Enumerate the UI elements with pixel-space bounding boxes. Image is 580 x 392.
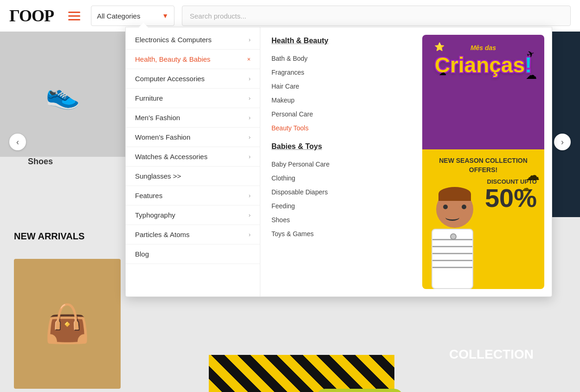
dropdown-menu: Electronics & Computers›Health, Beauty &…: [125, 27, 552, 297]
nav-item-sunglasses---[interactable]: Sunglasses >>: [126, 167, 260, 186]
sub-item-beauty-tools[interactable]: Beauty Tools: [271, 121, 404, 135]
nav-item-label: Electronics & Computers: [135, 36, 249, 44]
health-beauty-title: Health & Beauty: [271, 37, 404, 45]
sub-item-shoes[interactable]: Shoes: [271, 213, 404, 227]
chevron-right-icon: ›: [249, 153, 251, 160]
nav-item-computer-accessories[interactable]: Computer Accessories›: [126, 69, 260, 89]
nav-item-men-s-fashion[interactable]: Men's Fashion›: [126, 108, 260, 128]
sub-item-fragrances[interactable]: Fragrances: [271, 65, 404, 79]
striped-bar: [209, 355, 394, 392]
search-placeholder: Search products...: [190, 12, 246, 20]
promo-column: ⭐ Mês das Crianças! ✈ ☁ ☁ NEW SEASON COL…: [415, 27, 552, 296]
cloud-icon-1: ☁: [526, 167, 540, 183]
health-beauty-items: Bath & BodyFragrancesHair CareMakeupPers…: [271, 51, 404, 135]
nav-item-blog[interactable]: Blog: [126, 244, 260, 264]
babies-toys-items: Baby Personal CareClothingDisposable Dia…: [271, 157, 404, 241]
nav-item-label: Men's Fashion: [135, 114, 249, 122]
cloud-icon-2: ☁: [521, 182, 530, 193]
nav-item-typhography[interactable]: Typhography›: [126, 206, 260, 225]
nav-item-label: Blog: [135, 250, 251, 258]
carousel-prev-button[interactable]: ‹: [9, 134, 26, 150]
sub-item-personal-care[interactable]: Personal Care: [271, 107, 404, 121]
nav-item-women-s-fashion[interactable]: Women's Fashion›: [126, 128, 260, 147]
chevron-right-icon: ›: [249, 95, 251, 102]
promo-line1: Mês das: [430, 44, 537, 51]
category-select-label: All Categories: [97, 12, 140, 20]
nav-item-label: Particles & Atoms: [135, 231, 249, 238]
chevron-right-icon: ›: [249, 231, 251, 238]
content-column: Health & Beauty Bath & BodyFragrancesHai…: [260, 27, 415, 296]
carousel-next-button[interactable]: ›: [554, 134, 571, 150]
hamburger-line-2: [68, 15, 80, 17]
shoes-label: Shoes: [28, 157, 53, 167]
hamburger-line-1: [68, 12, 80, 13]
nav-item-label: Computer Accessories: [135, 75, 249, 83]
nav-item-health--beauty---babies[interactable]: Health, Beauty & Babies×: [126, 50, 260, 69]
chevron-right-icon: ›: [249, 114, 251, 121]
nav-item-electronics---computers[interactable]: Electronics & Computers›: [126, 30, 260, 50]
sub-item-baby-personal-care[interactable]: Baby Personal Care: [271, 157, 404, 171]
nav-item-label: Furniture: [135, 94, 249, 102]
nav-item-watches---accessories[interactable]: Watches & Accessories›: [126, 147, 260, 167]
babies-toys-title: Babies & Toys: [271, 142, 404, 151]
nav-item-label: Women's Fashion: [135, 133, 249, 141]
nav-item-label: Features: [135, 192, 249, 199]
sub-item-hair-care[interactable]: Hair Care: [271, 79, 404, 93]
nav-item-label: Typhography: [135, 211, 249, 219]
sub-item-toys---games[interactable]: Toys & Games: [271, 227, 404, 241]
nav-column: Electronics & Computers›Health, Beauty &…: [126, 27, 260, 296]
order-now-button[interactable]: ORDER NOW: [316, 389, 404, 392]
category-dropdown[interactable]: All Categories ▼: [91, 6, 174, 26]
dropdown-caret: [139, 23, 148, 27]
nav-item-label: Health, Beauty & Babies: [135, 55, 247, 63]
logo: ГООP: [9, 6, 54, 26]
handbag-image: 👜: [14, 259, 121, 389]
chevron-right-icon: ›: [249, 212, 251, 218]
sub-item-bath---body[interactable]: Bath & Body: [271, 51, 404, 65]
promo-banner: ⭐ Mês das Crianças! ✈ ☁ ☁ NEW SEASON COL…: [422, 35, 544, 289]
nav-item-furniture[interactable]: Furniture›: [126, 89, 260, 108]
child-figure: [422, 168, 496, 289]
chevron-right-icon: ›: [249, 134, 251, 141]
sub-item-makeup[interactable]: Makeup: [271, 93, 404, 107]
dropdown-arrow-icon: ▼: [162, 12, 168, 19]
hamburger-line-3: [68, 19, 80, 20]
search-bar[interactable]: Search products...: [182, 6, 571, 26]
sub-item-feeding[interactable]: Feeding: [271, 199, 404, 213]
chevron-right-icon: ›: [249, 36, 251, 43]
sub-item-disposable-diapers[interactable]: Disposable Diapers: [271, 185, 404, 199]
nav-item-label: Watches & Accessories: [135, 153, 249, 161]
new-arrivals-heading: NEW ARRIVALS: [14, 231, 84, 242]
nav-item-label: Sunglasses >>: [135, 172, 251, 180]
hamburger-button[interactable]: [65, 6, 84, 25]
nav-item-features[interactable]: Features›: [126, 186, 260, 206]
nav-item-particles---atoms[interactable]: Particles & Atoms›: [126, 225, 260, 244]
chevron-right-icon: ›: [249, 75, 251, 82]
collection-label: COLLECTION: [449, 347, 534, 362]
chevron-right-icon: ›: [249, 192, 251, 199]
sub-item-clothing[interactable]: Clothing: [271, 171, 404, 185]
close-icon[interactable]: ×: [247, 56, 251, 63]
